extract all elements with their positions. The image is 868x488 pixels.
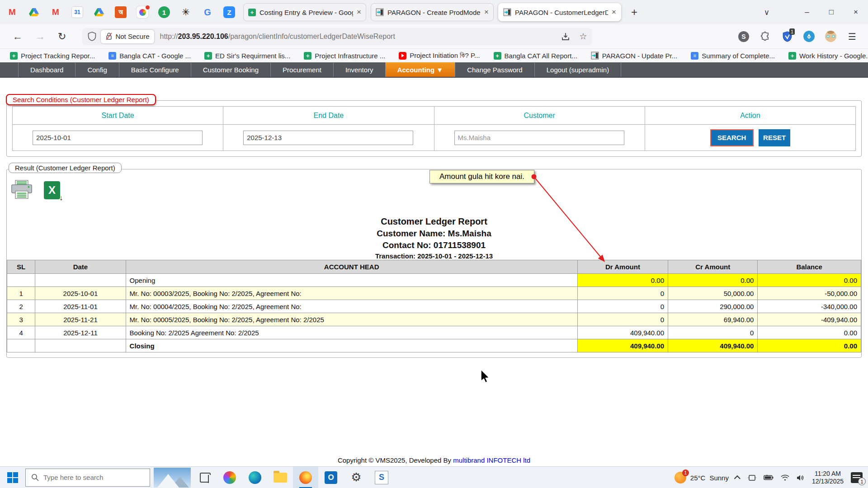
cell-sl: 4 [7, 326, 35, 339]
s-app-icon[interactable]: S [369, 467, 394, 488]
tray-overflow-chevron-icon[interactable] [734, 475, 741, 482]
nav-item-customer-booking[interactable]: Customer Booking [191, 62, 271, 77]
copilot-icon[interactable] [217, 467, 242, 488]
google-drive-pinned-tab-icon[interactable] [28, 6, 40, 18]
nav-item-procurement[interactable]: Procurement [271, 62, 334, 77]
google-calendar-pinned-tab-icon[interactable]: 31 [71, 6, 83, 18]
news-widget-thumbnail[interactable] [154, 468, 191, 488]
developer-link[interactable]: multibrand INFOTECH ltd [453, 456, 530, 464]
tab-paragon-create-prodmodels[interactable]: PARAGON - Create ProdModels × [371, 3, 494, 21]
nav-item-basic-configure[interactable]: Basic Configure [119, 62, 191, 77]
cell-balance: 0.00 [758, 339, 861, 352]
bookmark-project-infrastructure[interactable]: +Project Infrastructure ... [304, 52, 385, 60]
tab-close-icon[interactable]: × [357, 8, 361, 17]
tab-close-icon[interactable]: × [612, 8, 616, 17]
page-content: Search Conditions (Customer Ledger Repor… [0, 78, 868, 466]
tab-paragon-customer-ledger[interactable]: PARAGON - CustomerLedgerDa × [498, 3, 621, 21]
tooltip-text: Amount gula hit kore nai. [439, 172, 524, 181]
cell-balance: 0.00 [758, 326, 861, 339]
battery-icon[interactable] [764, 475, 774, 480]
cast-device-icon[interactable] [748, 474, 756, 482]
file-explorer-icon[interactable] [268, 467, 293, 488]
bookmark-bangla-cat[interactable]: ≡Bangla CAT - Google ... [108, 52, 191, 60]
forward-button[interactable]: → [35, 31, 45, 42]
volume-icon[interactable] [797, 474, 805, 481]
bookmark-paragon-update[interactable]: PARAGON - Update Pr... [591, 52, 677, 60]
s-extension-icon[interactable]: S [738, 31, 750, 42]
search-button[interactable]: SEARCH [710, 129, 754, 146]
pen-extension-icon[interactable] [803, 31, 815, 42]
gmail-pinned-tab-icon[interactable]: M [6, 6, 18, 18]
task-view-icon[interactable] [200, 473, 211, 483]
security-chip[interactable]: Not Secure [101, 30, 154, 43]
tab-costing-entry[interactable]: + Costing Entry & Preview - Goog × [243, 3, 366, 21]
google-drive-pinned-tab-icon-2[interactable] [93, 6, 105, 18]
maximize-button[interactable]: □ [829, 8, 834, 17]
tab-close-icon[interactable]: × [484, 8, 489, 17]
tracking-shield-icon[interactable] [88, 32, 96, 41]
bookmark-star-icon[interactable]: ☆ [579, 31, 587, 42]
cell-cr: 0 [668, 326, 758, 339]
bookmark-summary-complete[interactable]: ≡Summary of Complete... [691, 52, 775, 60]
copyright-text: Copyright © VMS2025, Developed By [338, 456, 453, 464]
minimize-button[interactable]: – [805, 8, 809, 17]
weather-widget[interactable]: 1 25°C Sunny [675, 472, 729, 483]
bookmark-bangla-cat-all-report[interactable]: +Bangla CAT All Report... [494, 52, 577, 60]
zoom-pinned-tab-icon[interactable]: Z [223, 6, 235, 18]
settings-gear-icon[interactable]: ⚙ [344, 467, 369, 488]
photos-app-pinned-tab-icon[interactable] [137, 6, 148, 18]
address-bar[interactable]: Not Secure http://203.95.220.106/paragon… [82, 28, 592, 45]
search-conditions-panel: Search Conditions (Customer Ledger Repor… [6, 100, 862, 157]
excel-export-icon[interactable]: X ↓ [44, 181, 62, 201]
reset-button[interactable]: RESET [759, 129, 790, 146]
reload-button[interactable]: ↻ [58, 31, 66, 42]
paragon-icon [503, 8, 511, 16]
gmail-pinned-tab-icon-2[interactable]: M [50, 6, 61, 18]
end-date-input[interactable] [243, 131, 413, 145]
firefox-icon[interactable] [293, 467, 318, 488]
chatgpt-pinned-tab-icon[interactable]: ✳ [180, 6, 192, 18]
clock-date: 12/13/2025 [812, 478, 844, 485]
bookmark-project-initiation[interactable]: Project Initiation কি? P... [399, 52, 480, 60]
account-avatar[interactable] [825, 31, 836, 42]
list-tabs-icon[interactable]: ∨ [764, 8, 769, 17]
bookmark-work-history[interactable]: +Work History - Google... [788, 52, 868, 60]
nav-item-accounting[interactable]: Accounting ▼ [386, 62, 456, 77]
green-notes-pinned-tab-icon[interactable]: 1 [158, 6, 170, 18]
column-header-end-date: End Date [223, 107, 434, 125]
bookmark-project-tracking[interactable]: +Project Tracking Repor... [10, 52, 95, 60]
app-menu-icon[interactable]: ☰ [846, 31, 858, 42]
print-icon[interactable] [10, 179, 33, 200]
nav-item-change-password[interactable]: Change Password [455, 62, 535, 77]
nav-item-logout[interactable]: Logout (superadmin) [535, 62, 621, 77]
bangla-app-pinned-tab-icon[interactable]: অ [115, 6, 127, 18]
start-date-input[interactable] [33, 131, 203, 145]
taskbar-clock[interactable]: 11:20 AM 12/13/2025 [812, 470, 844, 485]
start-button[interactable] [7, 472, 18, 483]
bookmark-ed-sir-requirment[interactable]: +ED Sir's Requirment lis... [204, 52, 290, 60]
nav-item-dashboard[interactable]: Dashboard [18, 62, 75, 77]
extensions-puzzle-icon[interactable] [760, 31, 771, 42]
wifi-icon[interactable] [781, 474, 789, 481]
taskbar-search[interactable] [25, 469, 150, 487]
table-row: 1 2025-10-01 Mr. No: 00003/2025, Booking… [7, 287, 861, 300]
cell-sl: 2 [7, 300, 35, 313]
nav-item-config[interactable]: Config [75, 62, 119, 77]
new-tab-button[interactable]: + [631, 6, 637, 19]
cell-cr: 69,940.00 [668, 313, 758, 326]
column-header-customer: Customer [434, 107, 645, 125]
customer-input[interactable] [454, 131, 624, 145]
cell-cr: 290,000.00 [668, 300, 758, 313]
downloads-icon[interactable] [561, 32, 570, 41]
google-pinned-tab-icon[interactable]: G [202, 6, 213, 18]
notification-center-icon[interactable]: 1 [851, 472, 863, 483]
nav-item-inventory[interactable]: Inventory [334, 62, 386, 77]
adblock-shield-icon[interactable]: 1 [781, 31, 793, 42]
security-label: Not Secure [115, 33, 149, 40]
report-contact-no: Contact No: 01711538901 [7, 239, 861, 251]
edge-icon[interactable] [242, 467, 268, 488]
back-button[interactable]: ← [13, 31, 23, 42]
outlook-icon[interactable]: O [318, 467, 344, 488]
close-window-button[interactable]: × [854, 8, 858, 17]
taskbar-search-input[interactable] [43, 474, 134, 481]
